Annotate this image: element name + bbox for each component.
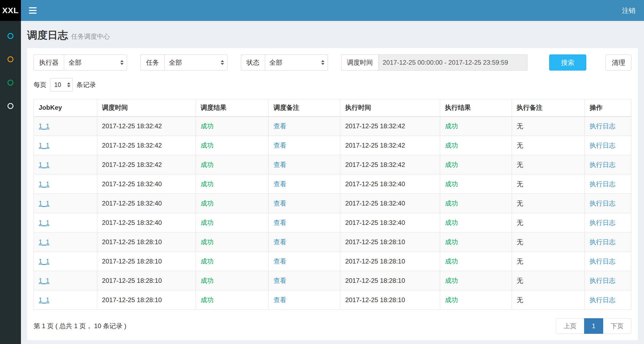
view-trigger-msg-link[interactable]: 查看 [273, 180, 286, 188]
col-header-jobkey: JobKey [34, 99, 97, 116]
jobkey-link[interactable]: 1_1 [39, 161, 49, 168]
sidebar-item-menu-1[interactable] [0, 24, 21, 47]
trigger-time-filter: 调度时间 [341, 54, 527, 71]
log-table: JobKey 调度时间 调度结果 调度备注 执行时间 执行结果 执行备注 操作 … [34, 99, 631, 310]
action-cell: 执行日志 [585, 290, 631, 310]
col-header-trigger-msg: 调度备注 [269, 99, 340, 116]
view-trigger-msg-link[interactable]: 查看 [273, 122, 286, 130]
trigger-result-cell: 成功 [196, 232, 268, 252]
prev-page-button[interactable]: 上页 [556, 318, 584, 334]
jobkey-link[interactable]: 1_1 [39, 219, 49, 226]
jobkey-link[interactable]: 1_1 [39, 180, 49, 188]
page-title-text: 调度日志 [27, 30, 68, 41]
jobkey-link[interactable]: 1_1 [39, 200, 49, 207]
log-table-body: 1_1 2017-12-25 18:32:42 成功 查看 2017-12-25… [34, 116, 631, 310]
page-size-control: 每页 10 条记录 [34, 78, 631, 92]
trigger-msg-cell: 查看 [269, 271, 340, 290]
page-size-prefix-label: 每页 [34, 80, 46, 89]
handle-msg-cell: 无 [512, 252, 584, 271]
jobkey-cell: 1_1 [34, 271, 97, 290]
action-cell: 执行日志 [585, 136, 631, 155]
col-header-handle-msg: 执行备注 [512, 99, 584, 116]
executor-select-value: 全部 [68, 58, 81, 67]
jobkey-link[interactable]: 1_1 [39, 277, 49, 284]
table-row: 1_1 2017-12-25 18:28:10 成功 查看 2017-12-25… [34, 232, 631, 252]
view-trigger-msg-link[interactable]: 查看 [273, 161, 286, 168]
handle-result-cell: 成功 [440, 252, 512, 271]
handle-result-cell: 成功 [440, 271, 512, 290]
view-trigger-msg-link[interactable]: 查看 [273, 142, 286, 149]
exec-log-link[interactable]: 执行日志 [589, 238, 615, 246]
next-page-button[interactable]: 下页 [603, 318, 631, 334]
select-arrows-icon [120, 60, 124, 65]
circle-icon [8, 80, 13, 86]
pagination: 上页 1 下页 [556, 318, 631, 334]
trigger-result-cell: 成功 [196, 252, 268, 271]
clear-log-button[interactable]: 清理 [606, 54, 631, 71]
exec-log-link[interactable]: 执行日志 [589, 180, 615, 188]
jobkey-cell: 1_1 [34, 155, 97, 174]
col-header-trigger-time: 调度时间 [97, 99, 196, 116]
sidebar-item-menu-3[interactable] [0, 71, 21, 94]
exec-log-link[interactable]: 执行日志 [589, 277, 615, 284]
sidebar [0, 21, 21, 344]
circle-icon [8, 33, 13, 39]
view-trigger-msg-link[interactable]: 查看 [273, 200, 286, 207]
view-trigger-msg-link[interactable]: 查看 [273, 258, 286, 265]
handle-time-cell: 2017-12-25 18:28:10 [340, 232, 440, 252]
exec-log-link[interactable]: 执行日志 [589, 219, 615, 226]
select-arrows-icon [67, 82, 70, 87]
sidebar-toggle-button[interactable] [28, 6, 38, 15]
page-size-select-value: 10 [54, 81, 61, 89]
search-button[interactable]: 搜索 [549, 54, 586, 71]
executor-filter-label: 执行器 [34, 54, 64, 71]
trigger-msg-cell: 查看 [269, 213, 340, 232]
sidebar-item-menu-4[interactable] [0, 94, 21, 118]
logout-link[interactable]: 注销 [622, 6, 635, 15]
page-size-select[interactable]: 10 [50, 78, 73, 92]
trigger-time-range-input[interactable] [378, 54, 527, 71]
exec-log-link[interactable]: 执行日志 [589, 122, 615, 130]
sidebar-item-menu-2[interactable] [0, 47, 21, 71]
jobkey-link[interactable]: 1_1 [39, 122, 49, 130]
handle-result-cell: 成功 [440, 232, 512, 252]
handle-time-cell: 2017-12-25 18:28:10 [340, 252, 440, 271]
trigger-msg-cell: 查看 [269, 194, 340, 213]
jobkey-link[interactable]: 1_1 [39, 296, 49, 303]
jobkey-cell: 1_1 [34, 252, 97, 271]
exec-log-link[interactable]: 执行日志 [589, 296, 615, 303]
current-page-button[interactable]: 1 [584, 318, 603, 334]
view-trigger-msg-link[interactable]: 查看 [273, 238, 286, 246]
job-select[interactable]: 全部 [164, 54, 227, 71]
trigger-result-cell: 成功 [196, 155, 268, 174]
jobkey-link[interactable]: 1_1 [39, 258, 49, 265]
page-subtitle: 任务调度中心 [71, 33, 110, 40]
trigger-result-cell: 成功 [196, 271, 268, 290]
job-filter: 任务 全部 [140, 54, 227, 71]
navbar-main: 注销 [21, 0, 644, 21]
view-trigger-msg-link[interactable]: 查看 [273, 219, 286, 226]
app-logo[interactable]: XXL [0, 0, 21, 21]
view-trigger-msg-link[interactable]: 查看 [273, 296, 286, 303]
status-select[interactable]: 全部 [265, 54, 328, 71]
jobkey-link[interactable]: 1_1 [39, 238, 49, 246]
table-row: 1_1 2017-12-25 18:32:42 成功 查看 2017-12-25… [34, 136, 631, 155]
handle-result-cell: 成功 [440, 136, 512, 155]
exec-log-link[interactable]: 执行日志 [589, 200, 615, 207]
jobkey-cell: 1_1 [34, 194, 97, 213]
executor-select[interactable]: 全部 [64, 54, 127, 71]
handle-time-cell: 2017-12-25 18:32:40 [340, 194, 440, 213]
status-filter: 状态 全部 [241, 54, 328, 71]
jobkey-link[interactable]: 1_1 [39, 142, 49, 149]
exec-log-link[interactable]: 执行日志 [589, 258, 615, 265]
exec-log-link[interactable]: 执行日志 [589, 142, 615, 149]
exec-log-link[interactable]: 执行日志 [589, 161, 615, 168]
trigger-time-cell: 2017-12-25 18:28:10 [97, 232, 196, 252]
status-filter-label: 状态 [241, 54, 265, 71]
table-row: 1_1 2017-12-25 18:28:10 成功 查看 2017-12-25… [34, 252, 631, 271]
handle-result-cell: 成功 [440, 174, 512, 194]
status-select-value: 全部 [269, 58, 282, 67]
jobkey-cell: 1_1 [34, 290, 97, 310]
view-trigger-msg-link[interactable]: 查看 [273, 277, 286, 284]
handle-time-cell: 2017-12-25 18:32:42 [340, 136, 440, 155]
